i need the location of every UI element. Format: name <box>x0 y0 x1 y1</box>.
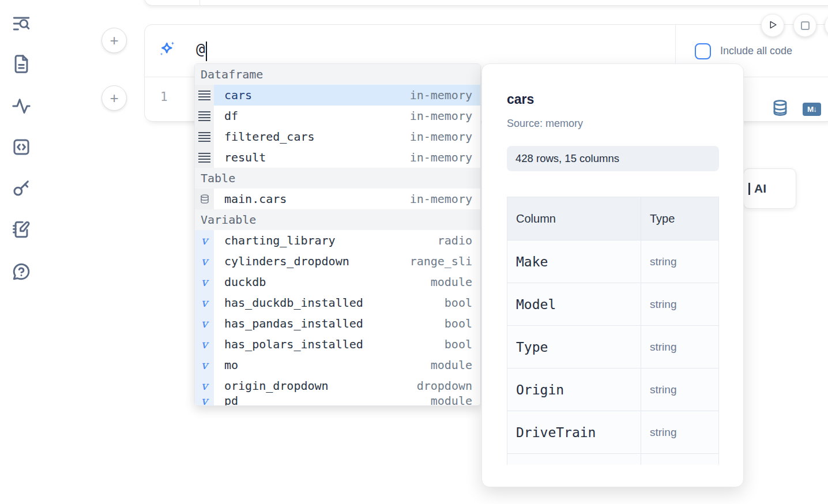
autocomplete-item-has_polars_installed[interactable]: vhas_polars_installedbool <box>195 334 480 355</box>
autocomplete-item-cylinders_dropdown[interactable]: vcylinders_dropdownrange_sli <box>195 251 480 272</box>
item-type: in-memory <box>410 130 480 144</box>
item-name: result <box>214 151 266 164</box>
autocomplete-item-has_duckdb_installed[interactable]: vhas_duckdb_installedbool <box>195 292 480 313</box>
column-name-cell: Origin <box>507 368 641 411</box>
item-type: module <box>431 358 480 372</box>
autocomplete-section-header: Table <box>195 168 480 189</box>
line-number: 1 <box>160 90 168 104</box>
autocomplete-popup: Dataframecarsin-memorydfin-memoryfiltere… <box>194 63 481 406</box>
item-name: pd <box>214 396 238 405</box>
item-type: in-memory <box>410 151 480 164</box>
left-sidebar <box>0 0 42 504</box>
column-header: Column <box>507 197 641 240</box>
table-row: Makestring <box>507 240 719 283</box>
database-icon[interactable] <box>771 99 789 116</box>
item-type: module <box>431 275 480 289</box>
previous-cell-gutter-divider <box>200 0 200 5</box>
table-row: Originstring <box>507 368 719 411</box>
markdown-icon[interactable]: M↓ <box>803 103 821 116</box>
stop-button[interactable] <box>793 14 816 37</box>
autocomplete-item-filtered_cars[interactable]: filtered_carsin-memory <box>195 126 480 147</box>
include-all-code-label: Include all code <box>720 45 792 57</box>
clipped-glyph <box>748 183 750 195</box>
column-name-cell: Type <box>507 326 641 368</box>
item-name: has_duckdb_installed <box>214 296 363 310</box>
autocomplete-item-df[interactable]: dfin-memory <box>195 106 480 126</box>
item-type: bool <box>445 337 480 351</box>
add-cell-button-bottom[interactable]: + <box>101 85 127 111</box>
column-type-cell: string <box>641 283 719 326</box>
autocomplete-item-mo[interactable]: vmomodule <box>195 355 480 375</box>
dataframe-icon <box>195 85 214 106</box>
item-type: in-memory <box>410 109 480 123</box>
autocomplete-item-cars[interactable]: carsin-memory <box>195 85 480 106</box>
code-block-icon[interactable] <box>10 136 32 158</box>
autocomplete-section-header: Dataframe <box>195 64 480 85</box>
text-cursor <box>206 42 208 61</box>
autocomplete-item-origin_dropdown[interactable]: vorigin_dropdowndropdown <box>195 375 480 396</box>
help-chat-icon[interactable] <box>10 261 32 283</box>
document-icon[interactable] <box>10 53 32 75</box>
column-header: Type <box>641 197 719 240</box>
item-name: cylinders_dropdown <box>214 254 349 268</box>
item-name: cars <box>214 88 252 102</box>
variable-icon: v <box>195 313 214 334</box>
table-row: Modelstring <box>507 283 719 326</box>
item-type: in-memory <box>410 192 480 206</box>
sparkles-icon <box>157 40 177 62</box>
run-cell-button[interactable] <box>761 14 784 37</box>
item-type: in-memory <box>410 88 480 102</box>
variable-icon: v <box>195 272 214 292</box>
item-name: df <box>214 109 238 123</box>
column-name-cell: DriveTrain <box>507 411 641 454</box>
item-name: charting_library <box>214 234 336 247</box>
autocomplete-item-pd[interactable]: vpdmodule <box>195 396 480 405</box>
autocomplete-section-header: Variable <box>195 209 480 230</box>
item-name: main.cars <box>214 192 287 206</box>
table-row: DriveTrainstring <box>507 411 719 454</box>
variable-icon: v <box>195 251 214 272</box>
item-name: has_polars_installed <box>214 337 363 351</box>
ai-button-label: AI <box>754 182 766 195</box>
autocomplete-item-result[interactable]: resultin-memory <box>195 147 480 168</box>
column-name-cell: Make <box>507 240 641 283</box>
preview-title: cars <box>507 92 743 107</box>
autocomplete-item-main.cars[interactable]: main.carsin-memory <box>195 189 480 209</box>
item-type: bool <box>445 317 480 330</box>
table-body: MakestringModelstringTypestringOriginstr… <box>507 240 719 465</box>
autocomplete-item-has_pandas_installed[interactable]: vhas_pandas_installedbool <box>195 313 480 334</box>
activity-icon[interactable] <box>10 95 32 117</box>
column-type-cell: string <box>641 411 719 454</box>
notebook-pen-icon[interactable] <box>10 219 32 240</box>
item-name: has_pandas_installed <box>214 317 363 330</box>
prompt-text: @ <box>196 40 205 58</box>
variable-icon: v <box>195 292 214 313</box>
dataframe-icon <box>195 147 214 168</box>
item-name: duckdb <box>214 275 266 289</box>
autocomplete-item-duckdb[interactable]: vduckdbmodule <box>195 272 480 292</box>
ai-button[interactable]: AI <box>743 168 796 209</box>
column-type-cell: string <box>641 368 719 411</box>
previous-cell <box>144 0 828 6</box>
key-icon[interactable] <box>10 177 32 199</box>
add-cell-button-top[interactable]: + <box>101 28 127 53</box>
include-all-code-checkbox[interactable] <box>695 43 711 59</box>
item-type: range_sli <box>410 254 480 268</box>
variable-icon: v <box>195 396 214 405</box>
item-name: mo <box>214 358 238 372</box>
item-type: module <box>431 396 480 405</box>
table-row-partial <box>507 454 719 465</box>
dataframe-icon <box>195 106 214 126</box>
table-row: Typestring <box>507 326 719 368</box>
autocomplete-list: Dataframecarsin-memorydfin-memoryfiltere… <box>195 64 480 405</box>
item-name: filtered_cars <box>214 130 315 144</box>
item-name: origin_dropdown <box>214 379 329 393</box>
item-type: dropdown <box>417 379 480 393</box>
column-name-cell: Model <box>507 283 641 326</box>
list-search-icon[interactable] <box>10 13 32 35</box>
dataframe-preview-popover: cars Source: memory 428 rows, 15 columns… <box>481 63 744 487</box>
preview-source: Source: memory <box>507 118 743 130</box>
ai-prompt-input[interactable]: @ <box>177 40 207 62</box>
item-type: radio <box>438 234 480 247</box>
autocomplete-item-charting_library[interactable]: vcharting_libraryradio <box>195 230 480 251</box>
